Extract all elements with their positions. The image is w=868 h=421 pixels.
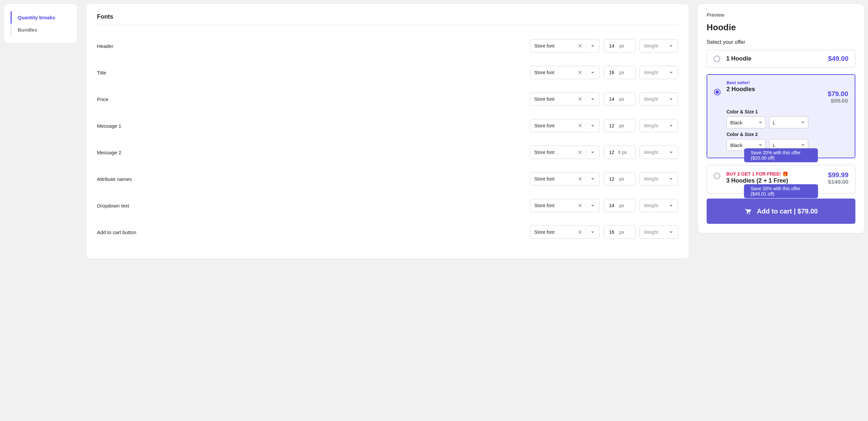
font-size-input[interactable]: px bbox=[604, 199, 636, 212]
font-family-value: Store font bbox=[530, 43, 575, 49]
chevron-down-icon[interactable] bbox=[586, 226, 599, 238]
chevron-down-icon[interactable] bbox=[586, 119, 599, 132]
font-size-unit: px bbox=[619, 229, 628, 235]
chevron-down-icon[interactable] bbox=[664, 93, 678, 105]
font-weight-select[interactable]: Weight bbox=[640, 119, 678, 132]
font-family-value: Store font bbox=[530, 150, 575, 155]
font-weight-placeholder: Weight bbox=[640, 43, 664, 49]
font-family-select[interactable]: Store font ✕ bbox=[530, 146, 600, 159]
variant-1-color-value: Black bbox=[730, 120, 742, 125]
variant-1-color-select[interactable]: Black bbox=[726, 116, 766, 129]
chevron-down-icon[interactable] bbox=[664, 199, 678, 212]
chevron-down-icon[interactable] bbox=[664, 66, 678, 79]
font-size-field[interactable] bbox=[604, 146, 619, 159]
offer-3-price-current: $99.99 bbox=[828, 171, 848, 178]
radio-offer-3[interactable] bbox=[714, 173, 720, 179]
offer-3-hoodies[interactable]: BUY 2 GET 1 FOR FREE! 🎁 3 Hoodies (2 + 1… bbox=[707, 165, 856, 194]
font-size-unit: px bbox=[619, 203, 628, 208]
font-row: Add to cart button Store font ✕ px Weigh… bbox=[97, 219, 678, 246]
chevron-down-icon[interactable] bbox=[586, 173, 599, 185]
radio-offer-2[interactable] bbox=[714, 89, 720, 95]
offer-1-hoodie[interactable]: 1 Hoodie $49.00 bbox=[707, 50, 856, 67]
cart-icon bbox=[744, 208, 751, 215]
variant-1-size-select[interactable]: L bbox=[769, 116, 808, 129]
product-name: Hoodie bbox=[707, 22, 856, 33]
font-weight-placeholder: Weight bbox=[640, 229, 664, 235]
clear-icon[interactable]: ✕ bbox=[575, 199, 586, 212]
font-row: Title Store font ✕ px Weight bbox=[97, 59, 678, 86]
chevron-down-icon bbox=[759, 144, 762, 146]
chevron-down-icon[interactable] bbox=[664, 173, 678, 185]
offer-2-save-pill: Save 20% with this offer ($20.00 off) bbox=[744, 148, 818, 162]
font-size-field[interactable] bbox=[604, 199, 619, 212]
font-size-unit: px bbox=[619, 43, 628, 49]
font-size-field[interactable] bbox=[604, 119, 619, 132]
font-row: Message 1 Store font ✕ px Weight bbox=[97, 112, 678, 139]
clear-icon[interactable]: ✕ bbox=[575, 226, 586, 238]
clear-icon[interactable]: ✕ bbox=[575, 66, 586, 79]
font-size-input[interactable]: px bbox=[604, 39, 636, 53]
font-size-input[interactable]: px bbox=[604, 66, 636, 79]
font-family-select[interactable]: Store font ✕ bbox=[530, 199, 600, 212]
sidebar-item-bundles[interactable]: Bundles bbox=[11, 24, 70, 36]
font-weight-select[interactable]: Weight bbox=[640, 92, 678, 106]
font-family-select[interactable]: Store font ✕ bbox=[530, 119, 600, 132]
font-size-input[interactable]: px bbox=[604, 119, 636, 132]
chevron-down-icon[interactable] bbox=[664, 226, 678, 238]
font-row-label: Title bbox=[97, 70, 530, 76]
stepper-icon[interactable] bbox=[618, 151, 621, 154]
chevron-down-icon[interactable] bbox=[586, 199, 599, 212]
chevron-down-icon[interactable] bbox=[586, 146, 599, 159]
font-size-field[interactable] bbox=[604, 173, 619, 185]
add-to-cart-label: Add to cart | $79.00 bbox=[757, 207, 817, 215]
offer-3-badge: BUY 2 GET 1 FOR FREE! 🎁 bbox=[726, 171, 822, 176]
font-size-input[interactable]: px bbox=[604, 225, 636, 239]
select-offer-label: Select your offer bbox=[707, 39, 856, 45]
font-family-select[interactable]: Store font ✕ bbox=[530, 39, 600, 53]
font-family-select[interactable]: Store font ✕ bbox=[530, 172, 600, 186]
variant-1-label: Color & Size 1 bbox=[726, 109, 848, 114]
clear-icon[interactable]: ✕ bbox=[575, 39, 586, 52]
font-row-label: Dropdown text bbox=[97, 203, 530, 208]
chevron-down-icon[interactable] bbox=[586, 93, 599, 105]
clear-icon[interactable]: ✕ bbox=[575, 119, 586, 132]
font-family-select[interactable]: Store font ✕ bbox=[530, 92, 600, 106]
chevron-down-icon[interactable] bbox=[664, 119, 678, 132]
font-weight-select[interactable]: Weight bbox=[640, 199, 678, 212]
font-family-value: Store font bbox=[530, 203, 575, 208]
font-row: Message 2 Store font ✕ px Weight bbox=[97, 139, 678, 166]
offer-3-price-old: $149.00 bbox=[828, 179, 848, 186]
font-row-label: Header bbox=[97, 43, 530, 49]
font-size-input[interactable]: px bbox=[604, 172, 636, 186]
add-to-cart-button[interactable]: Add to cart | $79.00 bbox=[707, 199, 856, 224]
font-weight-select[interactable]: Weight bbox=[640, 146, 678, 159]
clear-icon[interactable]: ✕ bbox=[575, 173, 586, 185]
offer-2-title: 2 Hoodies bbox=[726, 86, 822, 93]
font-row: Header Store font ✕ px Weight bbox=[97, 33, 678, 59]
font-size-field[interactable] bbox=[604, 93, 619, 105]
offer-2-hoodies[interactable]: Best seller! 2 Hoodies $79.00 $99.00 Col… bbox=[707, 74, 856, 158]
svg-point-1 bbox=[749, 213, 750, 214]
font-size-field[interactable] bbox=[604, 66, 619, 79]
chevron-down-icon[interactable] bbox=[664, 146, 678, 159]
sidebar-item-quantity-breaks[interactable]: Quantity breaks bbox=[11, 11, 70, 24]
chevron-down-icon bbox=[759, 122, 762, 123]
font-size-input[interactable]: px bbox=[604, 146, 636, 159]
section-title-fonts: Fonts bbox=[97, 13, 678, 25]
radio-offer-1[interactable] bbox=[714, 56, 720, 62]
font-size-field[interactable] bbox=[604, 226, 619, 238]
clear-icon[interactable]: ✕ bbox=[575, 93, 586, 105]
chevron-down-icon[interactable] bbox=[664, 39, 678, 52]
clear-icon[interactable]: ✕ bbox=[575, 146, 586, 159]
font-weight-select[interactable]: Weight bbox=[640, 66, 678, 79]
chevron-down-icon[interactable] bbox=[586, 66, 599, 79]
font-weight-select[interactable]: Weight bbox=[640, 39, 678, 53]
font-size-input[interactable]: px bbox=[604, 92, 636, 106]
font-family-select[interactable]: Store font ✕ bbox=[530, 225, 600, 239]
font-family-select[interactable]: Store font ✕ bbox=[530, 66, 600, 79]
font-weight-select[interactable]: Weight bbox=[640, 225, 678, 239]
chevron-down-icon[interactable] bbox=[586, 39, 599, 52]
font-size-field[interactable] bbox=[604, 39, 619, 52]
offer-1-price: $49.00 bbox=[828, 55, 848, 62]
font-weight-select[interactable]: Weight bbox=[640, 172, 678, 186]
